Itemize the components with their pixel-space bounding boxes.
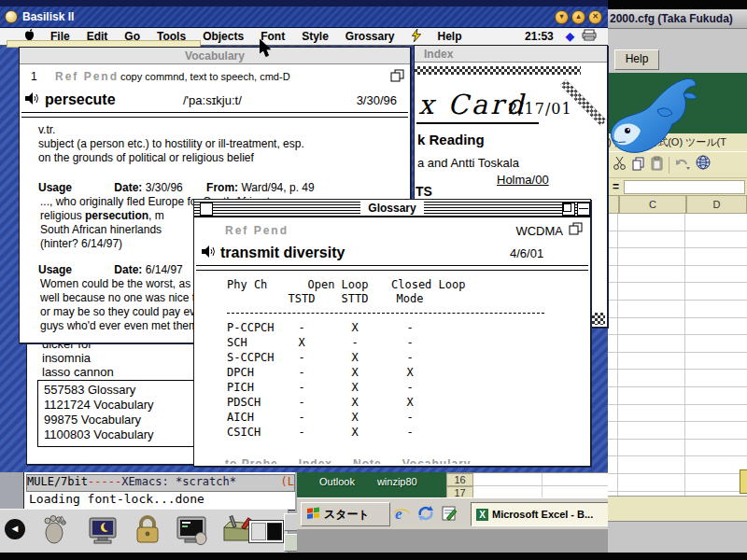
excel-sheet-fragment: 1617 xyxy=(446,472,608,498)
excel-col-header[interactable]: C xyxy=(619,195,686,214)
xemacs-modeline-dashes: ----- xyxy=(88,475,121,491)
formula-equals: = xyxy=(613,180,619,193)
stats-item[interactable]: 99875 Vocabulary xyxy=(44,413,195,427)
card-note: copy commnd, text to speech, cmd-D xyxy=(120,71,290,82)
stats-item[interactable]: 1121724 Vocabulary xyxy=(44,398,195,413)
table-row: S-CCPCH-X- xyxy=(227,351,590,365)
windows-taskbar[interactable]: スタート e X Microsoft Excel - B... xyxy=(297,497,608,530)
xemacs-window[interactable]: MULE/7bit-----XEmacs: *scratch* (L Loadi… xyxy=(23,471,295,511)
xemacs-modeline[interactable]: MULE/7bit-----XEmacs: *scratch* (L xyxy=(26,474,295,492)
excel-task-button[interactable]: X Microsoft Excel - B... xyxy=(471,502,611,526)
ref-pend-buttons[interactable]: Ref Pend xyxy=(225,224,289,237)
glossary-footer-link[interactable]: Index xyxy=(299,457,332,464)
definition-line: on the grounds of political or religious… xyxy=(38,151,410,165)
windows-logo-icon xyxy=(306,507,320,523)
excel-col-header[interactable]: D xyxy=(686,195,747,214)
lightning-menu-icon[interactable] xyxy=(403,29,430,45)
screen: MULE/7bit-----XEmacs: *scratch* (L Loadi… xyxy=(0,0,747,560)
table-row: SCHX-- xyxy=(227,336,590,350)
glossary-headword: transmit diversity xyxy=(220,245,345,261)
menu-item-help[interactable]: Help xyxy=(430,30,471,43)
menu-item[interactable]: Style xyxy=(293,30,337,43)
gnome-footprint-icon[interactable] xyxy=(39,514,71,550)
stats-item[interactable]: 1100803 Vocabulary xyxy=(44,427,195,442)
xemacs-echo-area: Loading font-lock...done xyxy=(29,492,204,506)
glossary-footer-link[interactable]: Note xyxy=(353,457,382,464)
excel-grid[interactable] xyxy=(608,214,747,496)
table-row: DPCH-XX xyxy=(227,366,590,380)
table-sub-header: STTD xyxy=(318,292,391,306)
excel-formula-bar[interactable]: = xyxy=(608,177,747,196)
menubar-diamond-icon[interactable]: ◆ xyxy=(562,30,578,43)
glossary-close-box[interactable] xyxy=(200,203,213,216)
vnc-bottom-gray xyxy=(608,521,747,553)
vocabulary-titlebar[interactable]: Vocabulary xyxy=(20,48,410,64)
table-row: PICH-X- xyxy=(227,381,590,395)
definition-line: v.tr. xyxy=(38,123,410,137)
list-window[interactable]: dicker forinsomnialasso cannon 557583 Gl… xyxy=(26,332,196,465)
glossary-footer-link[interactable]: to Probe xyxy=(225,457,278,464)
pages-icon[interactable] xyxy=(390,69,404,85)
vocabulary-title: Vocabulary xyxy=(185,49,245,63)
ref-pend-buttons[interactable]: Ref Pend xyxy=(55,70,120,83)
basilisk-titlebar[interactable]: Basilisk II ▾ ▴ ✕ xyxy=(0,7,608,28)
table-divider xyxy=(227,306,544,314)
window-close-button[interactable]: ✕ xyxy=(588,10,602,24)
glossary-titlebar[interactable]: Glossary xyxy=(194,200,590,217)
speaker-icon[interactable] xyxy=(202,245,216,261)
formula-input[interactable] xyxy=(624,180,745,194)
list-item[interactable]: lasso cannon xyxy=(42,365,195,379)
screensaver-lock-icon[interactable] xyxy=(87,514,119,550)
padlock-icon[interactable] xyxy=(133,514,162,550)
window-minimize-button[interactable]: ▾ xyxy=(555,10,569,24)
vocabulary-pronunciation: /'pa:sɪkju:t/ xyxy=(183,93,242,107)
index-titlebar[interactable]: Index xyxy=(415,46,607,63)
printer-menu-icon[interactable] xyxy=(578,29,608,44)
excel-task-icon: X xyxy=(476,509,488,521)
table-row: AICH-X- xyxy=(227,411,590,425)
pages-icon[interactable] xyxy=(569,222,583,239)
menubar-clock[interactable]: 21:53 xyxy=(516,30,562,43)
excel-gridline-h xyxy=(473,485,608,486)
start-button[interactable]: スタート xyxy=(301,502,390,526)
table-sub-header: Mode xyxy=(391,292,429,306)
stats-item[interactable]: 557583 Glossary xyxy=(44,383,195,398)
pager-workspace-1[interactable] xyxy=(251,523,266,540)
quicklaunch-desktop-icon[interactable] xyxy=(441,504,459,526)
quicklaunch-ie-icon[interactable]: e xyxy=(392,504,411,526)
list-item[interactable]: insomnia xyxy=(42,351,195,365)
help-button[interactable]: Help xyxy=(614,49,659,70)
desktop-icon-label[interactable]: Outlook xyxy=(319,476,355,487)
office-assistant-dolphin[interactable] xyxy=(605,75,698,164)
date-label: Date: xyxy=(114,263,142,276)
glossary-date: 4/6/01 xyxy=(510,246,543,260)
index-card-fragment: TS xyxy=(416,184,432,199)
desktop-icon-label[interactable]: winzip80 xyxy=(377,476,417,487)
terminal-icon[interactable] xyxy=(176,514,209,550)
index-card-source-link[interactable]: Holma/00 xyxy=(497,173,549,187)
glossary-zoom-box[interactable] xyxy=(562,203,575,216)
speaker-icon[interactable] xyxy=(25,92,39,107)
vnc-titlebar[interactable]: 2000.cfg (Taka Fukuda) xyxy=(608,9,747,29)
hide-panel-button[interactable]: ◄ xyxy=(5,519,25,539)
date-label: Date: xyxy=(114,181,142,194)
glossary-collapse-box[interactable] xyxy=(577,203,590,216)
windows-desktop-strip: Outlookwinzip80 xyxy=(297,472,446,497)
gnome-panel[interactable]: ◄ xyxy=(0,509,289,553)
quicklaunch-channels-icon[interactable] xyxy=(416,504,435,526)
index-grow-box[interactable] xyxy=(592,313,605,325)
svg-text:e: e xyxy=(395,505,402,523)
excel-gridline-v xyxy=(542,473,543,498)
vocabulary-headword: persecute xyxy=(45,91,116,108)
table-col1-header: Phy Ch xyxy=(227,278,285,292)
pager-workspace-2[interactable] xyxy=(267,523,282,540)
glossary-window[interactable]: Glossary Ref Pend WCDMA transmit diversi… xyxy=(193,199,591,467)
usage-label: Usage xyxy=(38,181,111,195)
menu-item[interactable]: Grossary xyxy=(337,30,403,43)
menu-item[interactable]: Objects xyxy=(194,30,252,43)
basilisk-window: Basilisk II ▾ ▴ ✕ FileEditGoToolsObjects… xyxy=(0,0,608,472)
workspace-pager[interactable] xyxy=(248,520,284,543)
glossary-footer-link[interactable]: Vocabulary xyxy=(402,457,472,464)
window-maximize-button[interactable]: ▴ xyxy=(571,10,585,24)
excel-row-header[interactable]: 16 xyxy=(446,473,473,486)
